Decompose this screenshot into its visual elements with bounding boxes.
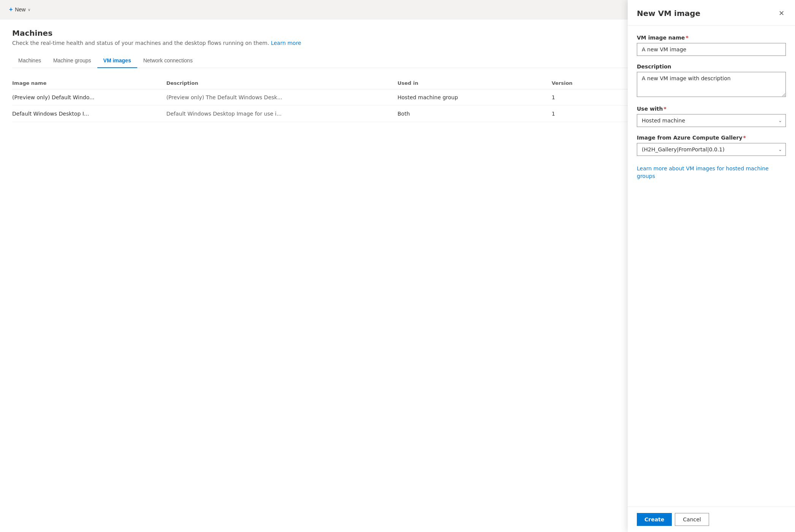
- gallery-select[interactable]: (H2H_Gallery|FromPortal|0.0.1): [637, 143, 786, 156]
- gallery-select-wrapper: (H2H_Gallery|FromPortal|0.0.1) ⌄: [637, 143, 786, 156]
- required-indicator-3: *: [743, 135, 746, 141]
- cell-version-1: 1: [552, 94, 629, 100]
- tab-network-connections[interactable]: Network connections: [137, 54, 199, 68]
- new-button[interactable]: + New ∨: [6, 5, 33, 14]
- required-indicator-2: *: [663, 106, 666, 112]
- new-button-label: New: [15, 6, 25, 13]
- tab-machines[interactable]: Machines: [12, 54, 47, 68]
- new-vm-image-panel: New VM image ✕ VM image name* Descriptio…: [628, 0, 795, 532]
- use-with-select[interactable]: Hosted machine Hosted machine group Both: [637, 114, 786, 127]
- cell-used-in-2: Both: [398, 111, 552, 117]
- learn-more-link[interactable]: Learn more: [271, 40, 301, 46]
- panel-header: New VM image ✕: [628, 0, 795, 25]
- cell-image-name-1: (Preview only) Default Windo...: [12, 94, 166, 100]
- use-with-label: Use with*: [637, 106, 786, 112]
- gallery-label: Image from Azure Compute Gallery*: [637, 135, 786, 141]
- cell-version-2: 1: [552, 111, 629, 117]
- use-with-select-wrapper: Hosted machine Hosted machine group Both…: [637, 114, 786, 127]
- panel-footer: Create Cancel: [628, 507, 795, 532]
- cell-description-2: Default Windows Desktop Image for use i.…: [166, 111, 397, 117]
- plus-icon: +: [9, 6, 13, 13]
- chevron-down-icon: ∨: [28, 8, 30, 12]
- description-group: Description A new VM image with descript…: [637, 64, 786, 98]
- vm-image-name-label: VM image name*: [637, 35, 786, 41]
- cell-image-name-2: Default Windows Desktop I...: [12, 111, 166, 117]
- use-with-group: Use with* Hosted machine Hosted machine …: [637, 106, 786, 127]
- gallery-group: Image from Azure Compute Gallery* (H2H_G…: [637, 135, 786, 156]
- vm-image-name-group: VM image name*: [637, 35, 786, 56]
- panel-body: VM image name* Description A new VM imag…: [628, 25, 795, 507]
- cell-description-1: (Preview only) The Default Windows Desk.…: [166, 94, 397, 100]
- tab-machine-groups[interactable]: Machine groups: [47, 54, 97, 68]
- description-label: Description: [637, 64, 786, 70]
- cancel-button[interactable]: Cancel: [675, 513, 709, 526]
- description-textarea[interactable]: A new VM image with description: [637, 72, 786, 97]
- help-link[interactable]: Learn more about VM images for hosted ma…: [637, 165, 786, 180]
- col-header-image-name: Image name: [12, 80, 166, 86]
- col-header-used-in: Used in: [398, 80, 552, 86]
- vm-image-name-input[interactable]: [637, 43, 786, 56]
- create-button[interactable]: Create: [637, 513, 672, 526]
- panel-title: New VM image: [637, 9, 700, 18]
- col-header-version: Version: [552, 80, 629, 86]
- col-header-description: Description: [166, 80, 397, 86]
- close-icon: ✕: [779, 9, 784, 17]
- required-indicator: *: [686, 35, 688, 41]
- cell-used-in-1: Hosted machine group: [398, 94, 552, 100]
- tab-vm-images[interactable]: VM images: [97, 54, 137, 68]
- close-panel-button[interactable]: ✕: [777, 8, 786, 19]
